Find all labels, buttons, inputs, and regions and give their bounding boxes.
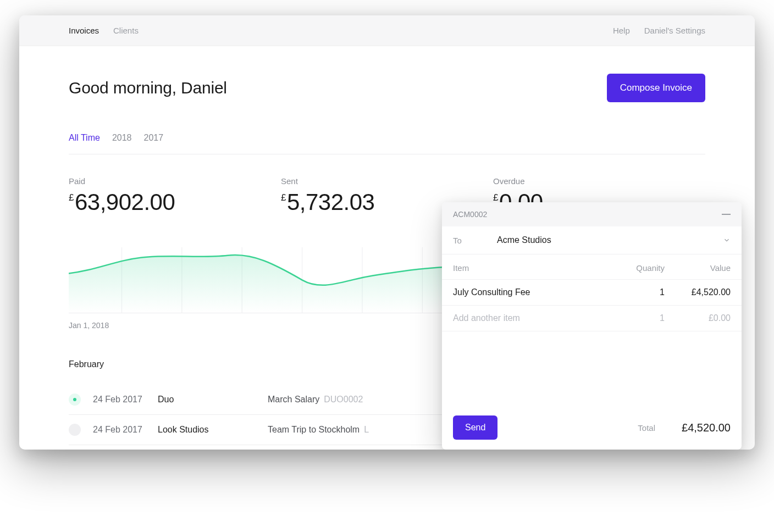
add-item-qty: 1 (621, 313, 665, 323)
total-value: £4,520.00 (682, 422, 731, 434)
nav-help[interactable]: Help (613, 26, 630, 35)
stat-paid: Paid £ 63,902.00 (69, 176, 281, 215)
add-line-item[interactable]: Add another item 1 £0.00 (442, 306, 742, 331)
add-item-placeholder: Add another item (453, 313, 621, 323)
time-filters: All Time 2018 2017 (69, 133, 705, 154)
line-items-header: Item Quanity Value (442, 254, 742, 280)
page-greeting: Good morning, Daniel (69, 79, 227, 97)
stat-sent-value: 5,732.03 (287, 189, 375, 215)
invoice-date: 24 Feb 2017 (93, 425, 158, 435)
currency-symbol: £ (281, 192, 286, 203)
invoice-code: L (364, 425, 369, 435)
total-label: Total (638, 423, 655, 433)
top-nav: Invoices Clients Help Daniel's Settings (19, 15, 755, 46)
invoice-code-label: ACM0002 (453, 210, 487, 219)
col-qty-header: Quanity (621, 263, 665, 273)
minimize-icon[interactable] (722, 214, 731, 215)
stat-overdue-label: Overdue (493, 176, 705, 186)
status-dot-paid-icon (69, 394, 81, 406)
recipient-row[interactable]: To Acme Studios (442, 226, 742, 254)
status-dot-unpaid-icon (69, 424, 81, 436)
currency-symbol: £ (493, 192, 498, 203)
nav-invoices[interactable]: Invoices (69, 26, 99, 35)
filter-all-time[interactable]: All Time (69, 133, 100, 143)
nav-clients[interactable]: Clients (113, 26, 139, 35)
col-value-header: Value (665, 263, 731, 273)
filter-2018[interactable]: 2018 (112, 133, 132, 143)
stat-paid-value: 63,902.00 (75, 189, 175, 215)
compose-invoice-panel: ACM0002 To Acme Studios Item Quanity Val… (442, 202, 742, 450)
to-value: Acme Studios (497, 235, 723, 245)
add-item-value: £0.00 (665, 313, 731, 323)
app-window: Invoices Clients Help Daniel's Settings … (19, 15, 755, 450)
line-item-name: July Consulting Fee (453, 287, 621, 297)
invoice-date: 24 Feb 2017 (93, 395, 158, 404)
currency-symbol: £ (69, 192, 74, 203)
to-label: To (453, 236, 497, 245)
invoice-client: Duo (158, 395, 268, 404)
nav-settings[interactable]: Daniel's Settings (644, 26, 705, 35)
invoice-desc: Team Trip to Stockholm (268, 425, 360, 435)
line-item[interactable]: July Consulting Fee 1 £4,520.00 (442, 280, 742, 306)
invoice-client: Look Studios (158, 425, 268, 435)
col-item-header: Item (453, 263, 621, 273)
line-item-value: £4,520.00 (665, 287, 731, 297)
invoice-desc: March Salary (268, 395, 319, 404)
stat-paid-label: Paid (69, 176, 281, 186)
send-button[interactable]: Send (453, 415, 497, 440)
line-item-qty: 1 (621, 287, 665, 297)
compose-invoice-button[interactable]: Compose Invoice (607, 74, 705, 102)
chevron-down-icon (723, 236, 731, 244)
invoice-code: DUO0002 (324, 395, 363, 404)
filter-2017[interactable]: 2017 (144, 133, 164, 143)
stat-sent-label: Sent (281, 176, 493, 186)
